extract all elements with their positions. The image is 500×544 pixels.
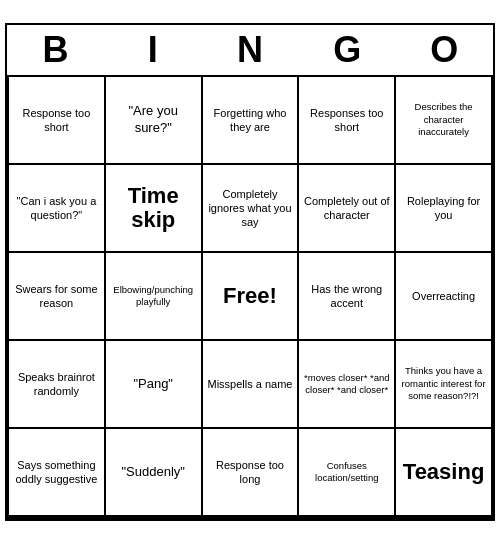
bingo-cell-10[interactable]: Swears for some reason — [9, 253, 106, 341]
cell-text-10: Swears for some reason — [13, 282, 100, 311]
cell-text-13: Has the wrong accent — [303, 282, 390, 311]
cell-text-21: "Suddenly" — [121, 464, 184, 481]
letter-o: O — [399, 29, 489, 71]
cell-text-6: Time skip — [110, 184, 197, 232]
bingo-cell-20[interactable]: Says something oddly suggestive — [9, 429, 106, 517]
bingo-cell-3[interactable]: Responses too short — [299, 77, 396, 165]
bingo-cell-4[interactable]: Describes the character inaccurately — [396, 77, 493, 165]
cell-text-5: "Can i ask you a question?" — [13, 194, 100, 223]
cell-text-2: Forgetting who they are — [207, 106, 294, 135]
bingo-cell-12[interactable]: Free! — [203, 253, 300, 341]
cell-text-14: Overreacting — [412, 289, 475, 303]
bingo-cell-8[interactable]: Completely out of character — [299, 165, 396, 253]
bingo-cell-6[interactable]: Time skip — [106, 165, 203, 253]
cell-text-11: Elbowing/punching playfully — [110, 284, 197, 309]
bingo-cell-13[interactable]: Has the wrong accent — [299, 253, 396, 341]
bingo-header: B I N G O — [7, 25, 493, 77]
cell-text-15: Speaks brainrot randomly — [13, 370, 100, 399]
cell-text-8: Completely out of character — [303, 194, 390, 223]
cell-text-12: Free! — [223, 282, 277, 311]
cell-text-16: "Pang" — [133, 376, 173, 393]
bingo-cell-5[interactable]: "Can i ask you a question?" — [9, 165, 106, 253]
bingo-cell-14[interactable]: Overreacting — [396, 253, 493, 341]
bingo-cell-16[interactable]: "Pang" — [106, 341, 203, 429]
bingo-cell-19[interactable]: Thinks you have a romantic interest for … — [396, 341, 493, 429]
bingo-cell-17[interactable]: Misspells a name — [203, 341, 300, 429]
bingo-cell-0[interactable]: Response too short — [9, 77, 106, 165]
bingo-cell-9[interactable]: Roleplaying for you — [396, 165, 493, 253]
letter-n: N — [205, 29, 295, 71]
bingo-cell-1[interactable]: "Are you sure?" — [106, 77, 203, 165]
cell-text-17: Misspells a name — [208, 377, 293, 391]
letter-b: B — [11, 29, 101, 71]
cell-text-22: Response too long — [207, 458, 294, 487]
cell-text-9: Roleplaying for you — [400, 194, 487, 223]
cell-text-1: "Are you sure?" — [110, 103, 197, 137]
bingo-cell-7[interactable]: Completely ignores what you say — [203, 165, 300, 253]
bingo-cell-15[interactable]: Speaks brainrot randomly — [9, 341, 106, 429]
cell-text-20: Says something oddly suggestive — [13, 458, 100, 487]
bingo-cell-24[interactable]: Teasing — [396, 429, 493, 517]
letter-i: I — [108, 29, 198, 71]
bingo-cell-2[interactable]: Forgetting who they are — [203, 77, 300, 165]
cell-text-23: Confuses location/setting — [303, 460, 390, 485]
cell-text-0: Response too short — [13, 106, 100, 135]
cell-text-4: Describes the character inaccurately — [400, 101, 487, 138]
bingo-cell-11[interactable]: Elbowing/punching playfully — [106, 253, 203, 341]
cell-text-24: Teasing — [403, 460, 485, 484]
bingo-cell-18[interactable]: *moves closer* *and closer* *and closer* — [299, 341, 396, 429]
bingo-cell-21[interactable]: "Suddenly" — [106, 429, 203, 517]
cell-text-19: Thinks you have a romantic interest for … — [400, 365, 487, 402]
cell-text-7: Completely ignores what you say — [207, 187, 294, 230]
cell-text-3: Responses too short — [303, 106, 390, 135]
cell-text-18: *moves closer* *and closer* *and closer* — [303, 372, 390, 397]
bingo-cell-22[interactable]: Response too long — [203, 429, 300, 517]
bingo-grid: Response too short"Are you sure?"Forgett… — [7, 77, 493, 519]
letter-g: G — [302, 29, 392, 71]
bingo-card: B I N G O Response too short"Are you sur… — [5, 23, 495, 521]
bingo-cell-23[interactable]: Confuses location/setting — [299, 429, 396, 517]
